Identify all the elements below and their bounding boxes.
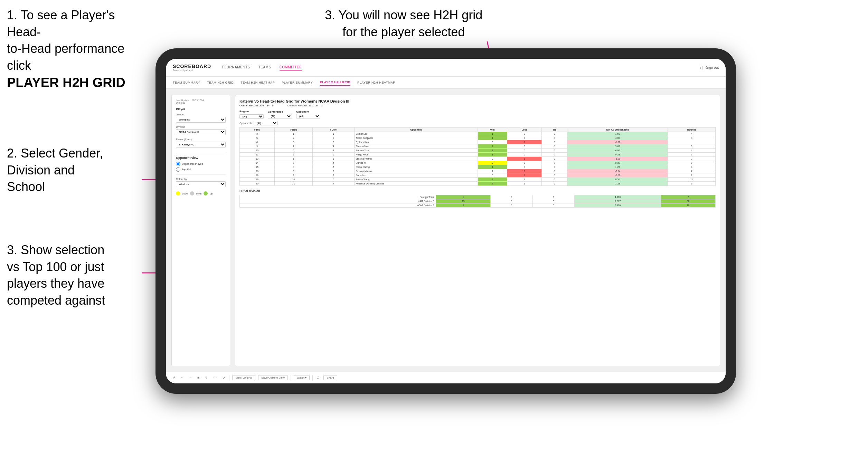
col-reg: # Reg [274, 128, 312, 132]
table-row: 1311Jessica Huang010-3.002 [240, 157, 716, 161]
col-rounds: Rounds [668, 128, 716, 132]
opponent-view-section: Opponent view Opponents Played Top 100 [176, 156, 226, 172]
subnav-team-h2h-grid[interactable]: TEAM H2H GRID [207, 79, 234, 86]
opponents-label: Opponents: (All) [239, 121, 716, 125]
nav-committee[interactable]: COMMITTEE [280, 64, 302, 71]
right-panel: Katelyn Vo Head-to-Head Grid for Women's… [235, 95, 720, 366]
sign-out-link[interactable]: Sign out [706, 66, 719, 69]
table-row: 1822Euna Lee010-5.002 [240, 173, 716, 178]
refresh-btn[interactable]: ↺ [204, 375, 209, 380]
colour-by-label: Colour by [176, 178, 226, 181]
division-select[interactable]: NCAA Division III [176, 129, 226, 135]
subnav-team-h2h-heatmap[interactable]: TEAM H2H HEATMAP [240, 79, 275, 86]
table-row: 311Esther Lee1001.504 [240, 132, 716, 136]
toolbar-sep-3 [312, 375, 313, 381]
tablet-screen: SCOREBOARD Powered by clippd TOURNAMENTS… [166, 59, 726, 383]
share-btn[interactable]: Share [323, 375, 337, 380]
table-row: 19106Emily Chang4100.3011 [240, 178, 716, 182]
back-btn[interactable]: ← [179, 375, 185, 380]
legend-down-label: Down [182, 192, 188, 195]
legend-down-dot [176, 191, 180, 196]
left-panel: Last Updated: 27/03/2024 16:55:38 Player… [171, 95, 230, 366]
timestamp: Last Updated: 27/03/2024 16:55:38 [176, 99, 226, 104]
grid-records: Overall Record: 353 - 34 - 6 Division Re… [239, 104, 716, 107]
ood-label: Out of division [239, 189, 716, 193]
division-label: Division [176, 125, 226, 128]
subnav-player-summary[interactable]: PLAYER SUMMARY [282, 79, 313, 86]
gender-select[interactable]: Women's [176, 117, 226, 123]
col-div: # Div [240, 128, 275, 132]
col-conf: # Conf [312, 128, 354, 132]
subnav: TEAM SUMMARY TEAM H2H GRID TEAM H2H HEAT… [166, 77, 726, 89]
legend-level-dot [190, 191, 194, 196]
save-custom-btn[interactable]: Save Custom View [258, 375, 287, 380]
grid-title: Katelyn Vo Head-to-Head Grid for Women's… [239, 99, 716, 103]
navbar: SCOREBOARD Powered by clippd TOURNAMENTS… [166, 59, 726, 77]
main-content: Last Updated: 27/03/2024 16:55:38 Player… [166, 89, 726, 372]
undo-btn[interactable]: ↺ [171, 375, 177, 380]
subnav-player-h2h-grid[interactable]: PLAYER H2H GRID [320, 79, 350, 86]
share-icon-btn[interactable]: ⬡ [315, 375, 321, 380]
legend: Down Level Up [176, 191, 226, 196]
region-select[interactable]: (All) [239, 114, 264, 119]
panel-divider-2 [176, 174, 226, 175]
watch-btn[interactable]: Watch ▾ [294, 375, 310, 380]
opponent-filter-group: Opponent (All) [296, 110, 320, 118]
colour-section: Colour by Win/loss Down Level Up [176, 178, 226, 196]
bottom-toolbar: ↺ ← → ⊞ ↺ · · · ⊙ View: Original Save Cu… [166, 372, 726, 383]
player-rank-select[interactable]: 8. Katelyn Vo [176, 142, 226, 147]
instruction-step3-bottom: 3. Show selection vs Top 100 or just pla… [7, 242, 105, 309]
panel-divider [176, 153, 226, 153]
col-loss: Loss [507, 128, 541, 132]
view-original-btn[interactable]: View: Original [232, 375, 255, 380]
ood-table-row: NCAA Division 25007.40010 [240, 203, 716, 208]
radio-top100[interactable]: Top 100 [176, 167, 226, 172]
forward-btn[interactable]: → [188, 375, 193, 380]
h2h-table: # Div # Reg # Conf Opponent Win Loss Tie… [239, 127, 716, 186]
table-row: 1125Heejo Hyun1000.333 [240, 153, 716, 157]
tablet-device: SCOREBOARD Powered by clippd TOURNAMENTS… [155, 48, 736, 394]
table-row: 914Sharon Mun1003.673 [240, 144, 716, 149]
player-rank-label: Player (Rank) [176, 138, 226, 141]
ood-table-row: Foreign Team1004.5002 [240, 195, 716, 199]
dots-btn[interactable]: · · · [212, 375, 218, 380]
ood-table-row: NAIA Division 115009.26730 [240, 199, 716, 203]
legend-up-dot [204, 191, 208, 196]
filter-row: Region (All) Conference (All) [239, 110, 716, 119]
nav-right: i | Sign out [700, 66, 719, 69]
table-row: 20117Federica Domecq Lacroze2101.336 [240, 182, 716, 186]
table-row: 1637Jessica Mason120-0.947 [240, 169, 716, 173]
conference-select[interactable]: (All) [268, 114, 292, 118]
timer-btn[interactable]: ⊙ [221, 375, 226, 380]
table-row: 1474Eunice Yi2200.389 [240, 161, 716, 165]
subnav-team-summary[interactable]: TEAM SUMMARY [173, 79, 200, 86]
nav-links: TOURNAMENTS TEAMS COMMITTEE [221, 64, 700, 71]
opponent-select[interactable]: (All) [296, 114, 320, 118]
player-section-title: Player [176, 107, 226, 111]
table-row: 1063Andrea York2004.004 [240, 149, 716, 153]
table-row: 1585Stella Cheng1001.254 [240, 165, 716, 169]
instruction-step3-right: 3. You will now see H2H grid for the pla… [325, 7, 482, 40]
conference-filter-group: Conference (All) [268, 110, 292, 118]
instruction-step2: 2. Select Gender, Division and School [7, 145, 103, 196]
subnav-player-h2h-heatmap[interactable]: PLAYER H2H HEATMAP [357, 79, 395, 86]
nav-tournaments[interactable]: TOURNAMENTS [221, 64, 250, 71]
table-row: 522Alexis Sudjianto1004.003 [240, 136, 716, 140]
toolbar-sep-2 [291, 375, 291, 381]
opponent-view-title: Opponent view [176, 156, 226, 160]
opponents-filter-select[interactable]: (All) [254, 121, 278, 125]
col-win: Win [478, 128, 507, 132]
colour-by-select[interactable]: Win/loss [176, 181, 226, 187]
col-diff: Diff Av Strokes/Rnd [567, 128, 668, 132]
ood-table: Foreign Team1004.5002NAIA Division 11500… [239, 195, 716, 208]
logo: SCOREBOARD Powered by clippd [173, 64, 211, 72]
nav-teams[interactable]: TEAMS [258, 64, 271, 71]
region-filter-group: Region (All) [239, 110, 264, 119]
gender-label: Gender [176, 113, 226, 116]
col-tie: Tie [541, 128, 567, 132]
radio-opponents-played[interactable]: Opponents Played [176, 162, 226, 166]
instruction-step1: 1. To see a Player's Head- to-Head perfo… [7, 7, 152, 92]
grid-btn[interactable]: ⊞ [196, 375, 201, 380]
col-opponent: Opponent [354, 128, 478, 132]
legend-up-label: Up [210, 192, 213, 195]
